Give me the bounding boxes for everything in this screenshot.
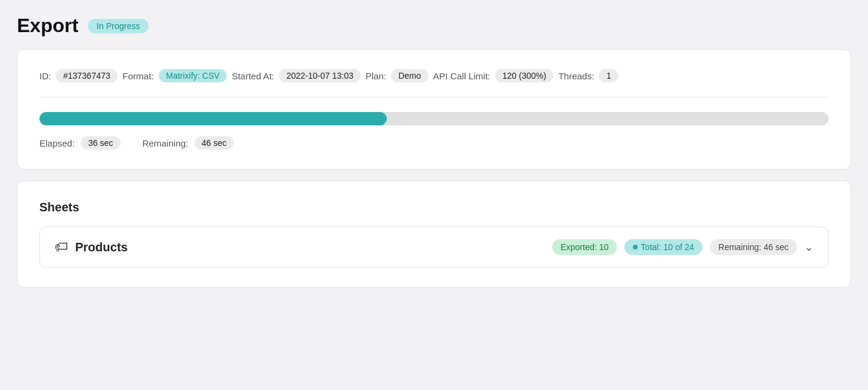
chevron-down-icon[interactable]: ⌄ (804, 240, 813, 254)
meta-row: ID: #137367473 Format: Matrixify: CSV St… (39, 69, 829, 82)
page-header: Export In Progress (17, 15, 851, 37)
id-label: ID: (39, 71, 51, 81)
total-badge-dot (633, 245, 638, 250)
started-at-label: Started At: (232, 71, 274, 81)
sheet-right: Exported: 10 Total: 10 of 24 Remaining: … (552, 239, 813, 255)
sheets-section-title: Sheets (39, 200, 829, 214)
elapsed-label: Elapsed: (39, 138, 75, 148)
remaining-label: Remaining: (142, 138, 189, 148)
sheet-left: 🏷 Products (55, 239, 128, 255)
progress-bar-fill (39, 112, 387, 125)
remaining-badge: Remaining: 46 sec (710, 239, 797, 255)
remaining-value: 46 sec (195, 136, 234, 150)
api-call-limit-value: 120 (300%) (495, 69, 553, 82)
plan-label: Plan: (366, 71, 386, 81)
export-meta-card: ID: #137367473 Format: Matrixify: CSV St… (17, 49, 851, 170)
total-badge: Total: 10 of 24 (624, 239, 703, 255)
format-value: Matrixify: CSV (159, 69, 227, 82)
progress-bar-container (39, 112, 829, 125)
sheet-row: 🏷 Products Exported: 10 Total: 10 of 24 … (39, 226, 829, 268)
timing-row: Elapsed: 36 sec Remaining: 46 sec (39, 136, 829, 150)
api-call-limit-label: API Call Limit: (433, 71, 490, 81)
divider (39, 97, 829, 98)
plan-value: Demo (391, 69, 428, 82)
exported-badge: Exported: 10 (552, 239, 617, 255)
status-badge: In Progress (88, 19, 149, 33)
page-title: Export (17, 15, 78, 37)
elapsed-value: 36 sec (81, 136, 120, 150)
format-label: Format: (122, 71, 154, 81)
threads-label: Threads: (558, 71, 594, 81)
id-value: #137367473 (56, 69, 118, 82)
tag-icon: 🏷 (55, 239, 68, 255)
started-at-value: 2022-10-07 13:03 (279, 69, 361, 82)
sheet-name: Products (75, 240, 128, 254)
threads-value: 1 (599, 69, 618, 82)
sheets-card: Sheets 🏷 Products Exported: 10 Total: 10… (17, 180, 851, 288)
